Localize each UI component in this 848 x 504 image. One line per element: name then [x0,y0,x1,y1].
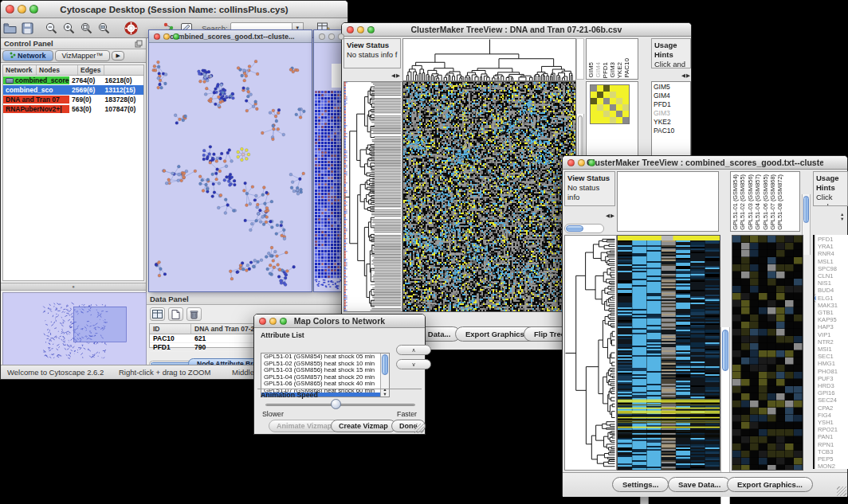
tv2-gene-item[interactable]: SEC1 [818,353,848,360]
zoom-fit-icon[interactable] [95,20,112,36]
tv1-column-label[interactable]: GIM3 [610,62,616,78]
create-vizmap-button[interactable]: Create Vizmap [331,420,396,432]
matrix-cell[interactable] [591,104,597,111]
attribute-list-scrollbar[interactable]: ▲▼ [380,354,389,397]
matrix-cell[interactable] [622,111,629,117]
help-lifering-icon[interactable] [122,20,139,36]
tv1-gene-item[interactable]: PAC10 [654,127,689,135]
tv2-gene-item[interactable]: HMG1 [818,360,848,367]
zoom-selected-icon[interactable] [77,20,95,36]
tv1-gene-item[interactable]: GIM3 [654,109,689,118]
network-table-row[interactable]: RNAPuberNov2+| 563(0) 107847(0) [3,104,143,114]
matrix-cell[interactable] [610,111,616,117]
tv1-close-button[interactable] [347,26,354,33]
tv2-gene-item[interactable]: MSL1 [818,258,848,265]
matrix-cell[interactable] [616,98,622,104]
network-canvas[interactable] [149,43,312,291]
matrix-cell[interactable] [603,117,610,123]
matrix-cell[interactable] [597,104,603,111]
move-up-button[interactable]: ∧ [396,345,431,355]
move-down-button[interactable]: ∨ [396,359,431,369]
matrix-cell[interactable] [610,85,616,92]
tv2-left-zoom-slider[interactable] [564,224,604,233]
tv2-gene-item[interactable]: MSI1 [818,346,848,353]
tv2-gene-item[interactable]: RPN1 [818,441,848,448]
treeview2-titlebar[interactable]: ClusterMaker TreeView : combined_scores_… [563,156,847,170]
matrix-cell[interactable] [597,111,603,117]
matrix-cell[interactable] [603,85,610,92]
matrix-cell[interactable] [603,104,610,111]
tv1-gene-item[interactable]: GIM5 [654,83,689,92]
tv2-column-label[interactable]: GPL51-03 (GSM856) [748,174,753,230]
tv2-gene-item[interactable]: PEP5 [818,455,848,463]
tv2-gene-item[interactable]: FIG4 [818,412,848,419]
network-table-row[interactable]: combined_scores 2764(0) 16218(0) [3,76,143,85]
tv1-column-label[interactable]: GIM5 [588,62,595,78]
tv2-column-label[interactable]: GPL51-02 (GSM855) [740,174,745,230]
treeview1-titlebar[interactable]: ClusterMaker TreeView : DNA and Tran 07-… [342,23,691,37]
tv2-row-dendrogram[interactable] [564,235,617,471]
tv2-gene-item[interactable]: NIS1 [818,279,848,287]
tv1-heatmap[interactable] [402,81,576,312]
tv1-gene-item[interactable]: YKE2 [654,118,689,127]
tv2-right-slider-arrows[interactable]: ▲▼ [840,212,845,221]
inner-minimize-button[interactable] [163,33,170,40]
tv2-save-data-button[interactable]: Save Data... [668,477,731,492]
open-file-button[interactable] [1,20,18,36]
tv2-gene-item[interactable]: PFD1 [818,236,848,243]
tv2-export-graphics-button[interactable]: Export Graphics... [727,477,813,492]
dialog-minimize-button[interactable] [269,318,277,325]
zoom-button[interactable] [29,5,38,14]
tab-overflow-button[interactable]: ▶ [112,51,124,61]
tv1-minimize-button[interactable] [357,26,364,33]
tv2-gene-item[interactable]: MON2 [818,463,848,469]
matrix-cell[interactable] [597,92,603,98]
attr-col-id[interactable]: ID [150,324,191,334]
zoom-out-icon[interactable] [42,20,60,36]
tv1-gene-item[interactable]: PFD1 [654,100,689,109]
main-titlebar[interactable]: Cytoscape Desktop (Session Name: collins… [1,1,347,18]
matrix-cell[interactable] [603,111,610,117]
tv2-column-label[interactable]: GPL51-06 (GSM865) [763,174,768,230]
tv2-gene-item[interactable]: KAP95 [818,316,848,323]
tv2-heatmap[interactable] [617,235,720,471]
tab-network[interactable]: Network [2,50,53,61]
tv2-gene-item[interactable]: HRD3 [818,382,848,389]
tv1-column-label[interactable]: GIM4 [595,62,602,78]
network-view-titlebar[interactable]: combined_scores_good.txt--cluste... [149,30,312,43]
tv1-column-label[interactable]: PAC10 [624,58,630,78]
tv2-gene-item[interactable]: ELG1 [818,295,848,302]
dialog-resize-grip[interactable] [414,424,424,433]
matrix-cell[interactable] [591,111,597,117]
minimize-button[interactable] [18,5,26,14]
tv2-column-label[interactable]: GPL51-07 (GSM868) [770,174,775,230]
tv1-column-label[interactable]: PFD1 [603,62,609,78]
tv2-gene-item[interactable]: RPO21 [818,426,848,433]
inner2-zoom-button[interactable] [338,33,344,40]
save-button[interactable] [18,20,36,36]
tv2-gene-item[interactable]: TCB3 [818,448,848,455]
zoom-in-icon[interactable] [60,20,77,36]
tv2-zoom-button[interactable] [588,159,595,166]
matrix-cell[interactable] [591,117,597,123]
close-button[interactable] [6,5,14,14]
tv2-labels-vscroll-pill[interactable] [803,196,809,223]
tv2-resize-grip[interactable] [837,486,846,496]
tv1-zoom-button[interactable] [367,26,375,33]
matrix-cell[interactable] [591,85,597,92]
tv2-gene-item[interactable]: GTB1 [818,309,848,316]
tab-vizmapper[interactable]: VizMapper™ [55,50,111,61]
matrix-cell[interactable] [610,98,616,104]
tv2-column-label[interactable]: GPL51-08 (GSM872) [777,174,783,230]
network-table-row[interactable]: combined_sco 2569(6) 13112(15) [3,85,143,95]
matrix-cell[interactable] [591,98,597,104]
tv2-left-zoom-pill[interactable] [566,225,583,232]
tv2-heatmap-vscroll-pill[interactable] [722,330,728,371]
inner-close-button[interactable] [154,33,160,40]
attribute-scroll-pill[interactable] [382,354,388,375]
animate-vizmap-button[interactable]: Animate Vizmap [269,420,340,432]
inner-zoom-button[interactable] [173,33,179,40]
tv2-gene-item[interactable]: GPI16 [818,389,848,397]
tv2-gene-item[interactable]: BUD4 [818,287,848,294]
inner2-minimize-button[interactable] [328,33,335,40]
